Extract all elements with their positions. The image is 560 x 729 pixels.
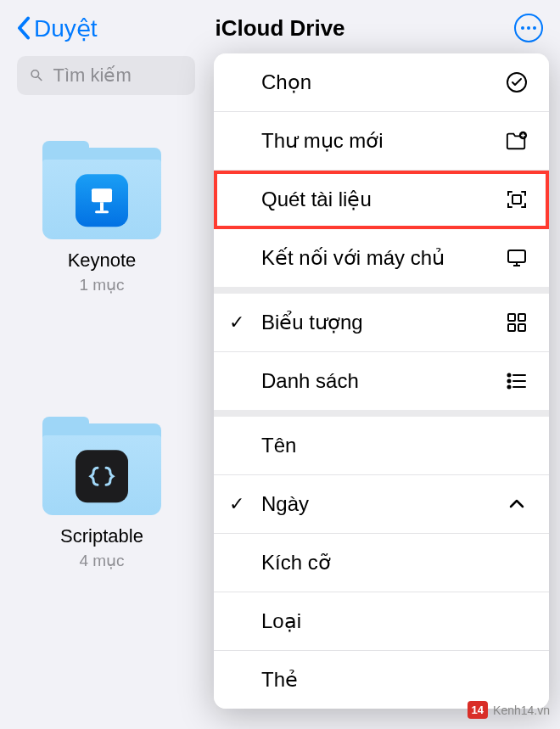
svg-point-20 <box>508 380 511 383</box>
menu-sort-size[interactable]: Kích cỡ <box>214 534 549 592</box>
folder-name: Keynote <box>68 250 137 272</box>
svg-point-22 <box>508 386 511 389</box>
folder-count: 4 mục <box>79 551 124 570</box>
menu-label: Tên <box>261 434 296 457</box>
svg-rect-14 <box>508 314 515 321</box>
folder-icon <box>42 146 161 239</box>
svg-point-1 <box>527 26 530 30</box>
chevron-left-icon <box>17 16 31 40</box>
menu-sort-name[interactable]: Tên <box>214 417 549 475</box>
watermark: 14 Kenh14.vn <box>468 701 550 719</box>
context-menu: Chọn Thư mục mới Quét tài liệu Kết nối v… <box>214 53 549 709</box>
menu-sort-tags[interactable]: Thẻ <box>214 651 549 709</box>
folder-scriptable[interactable]: Scriptable 4 mục <box>25 422 178 570</box>
svg-rect-15 <box>518 314 525 321</box>
menu-label: Danh sách <box>261 369 359 393</box>
svg-rect-5 <box>95 210 109 213</box>
folder-name: Scriptable <box>60 525 143 547</box>
search-box[interactable] <box>17 56 195 95</box>
svg-point-2 <box>533 26 536 30</box>
folder-icon <box>42 422 161 515</box>
menu-select[interactable]: Chọn <box>214 53 549 112</box>
menu-label: Thẻ <box>261 668 298 692</box>
menu-view-list[interactable]: Danh sách <box>214 352 549 410</box>
search-icon <box>29 66 45 85</box>
folder-count: 1 mục <box>79 275 124 294</box>
menu-connect-server[interactable]: Kết nối với máy chủ <box>214 229 549 287</box>
menu-label: Kết nối với máy chủ <box>261 246 445 270</box>
list-icon <box>505 369 529 393</box>
server-icon <box>505 246 529 270</box>
menu-view-icons[interactable]: ✓ Biểu tượng <box>214 294 549 352</box>
menu-new-folder[interactable]: Thư mục mới <box>214 112 549 171</box>
scan-icon <box>505 188 529 211</box>
grid-icon <box>505 311 529 334</box>
menu-label: Chọn <box>261 70 311 94</box>
svg-rect-3 <box>92 188 112 202</box>
more-options-button[interactable] <box>514 14 543 42</box>
ellipsis-icon <box>521 26 536 30</box>
folder-plus-icon <box>505 129 529 153</box>
menu-label: Biểu tượng <box>261 311 363 334</box>
checkmark-icon: ✓ <box>229 311 244 334</box>
search-input[interactable] <box>53 64 183 87</box>
folder-keynote[interactable]: Keynote 1 mục <box>25 146 178 294</box>
svg-rect-16 <box>508 324 515 331</box>
watermark-text: Kenh14.vn <box>493 704 550 717</box>
scriptable-app-icon <box>76 450 128 502</box>
svg-rect-10 <box>512 195 521 204</box>
menu-label: Thư mục mới <box>261 129 384 153</box>
watermark-badge: 14 <box>468 701 488 719</box>
svg-rect-4 <box>100 202 104 210</box>
svg-point-0 <box>521 26 524 30</box>
back-button[interactable]: Duyệt <box>17 14 98 42</box>
checkmark-icon: ✓ <box>229 493 244 515</box>
svg-point-18 <box>508 374 511 377</box>
chevron-up-icon <box>505 492 529 516</box>
menu-label: Kích cỡ <box>261 551 331 575</box>
menu-label: Quét tài liệu <box>261 188 372 211</box>
back-label: Duyệt <box>34 14 98 42</box>
svg-rect-11 <box>508 250 525 262</box>
svg-rect-17 <box>518 324 525 331</box>
check-circle-icon <box>505 70 529 94</box>
keynote-app-icon <box>76 174 128 227</box>
menu-sort-date[interactable]: ✓ Ngày <box>214 475 549 534</box>
menu-scan-document[interactable]: Quét tài liệu <box>214 171 549 229</box>
page-title: iCloud Drive <box>215 15 344 42</box>
menu-label: Ngày <box>261 492 309 516</box>
navigation-header: Duyệt iCloud Drive <box>0 0 560 56</box>
menu-sort-kind[interactable]: Loại <box>214 592 549 651</box>
menu-label: Loại <box>261 609 301 633</box>
